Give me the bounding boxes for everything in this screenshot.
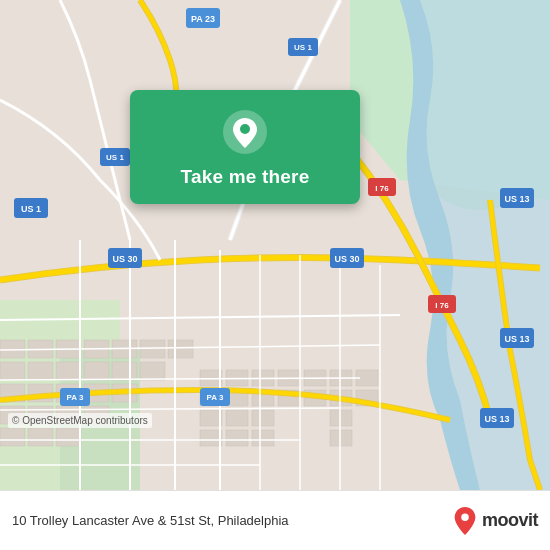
svg-rect-29: [28, 428, 53, 446]
navigation-card[interactable]: Take me there: [130, 90, 360, 204]
svg-rect-44: [200, 430, 222, 446]
svg-rect-13: [0, 362, 25, 380]
svg-rect-51: [330, 410, 352, 426]
svg-text:I 76: I 76: [435, 301, 449, 310]
moovit-logo: moovit: [452, 506, 538, 536]
svg-text:PA 3: PA 3: [207, 393, 224, 402]
svg-rect-31: [200, 370, 222, 386]
svg-text:US 30: US 30: [112, 254, 137, 264]
svg-rect-42: [226, 410, 248, 426]
svg-rect-43: [252, 410, 274, 426]
svg-text:US 13: US 13: [504, 194, 529, 204]
svg-rect-18: [140, 362, 165, 380]
svg-rect-16: [84, 362, 109, 380]
svg-rect-46: [252, 430, 274, 446]
svg-rect-41: [200, 410, 222, 426]
moovit-brand-text: moovit: [482, 510, 538, 531]
svg-rect-17: [112, 362, 137, 380]
svg-text:US 1: US 1: [106, 153, 124, 162]
map-copyright: © OpenStreetMap contributors: [8, 413, 152, 428]
moovit-pin-icon: [452, 506, 478, 536]
svg-point-97: [461, 513, 469, 521]
svg-text:I 76: I 76: [375, 184, 389, 193]
svg-text:US 30: US 30: [334, 254, 359, 264]
svg-text:US 13: US 13: [504, 334, 529, 344]
take-me-there-button[interactable]: Take me there: [181, 166, 310, 188]
map-container: PA 23 US 1 US 1 US 1 US 30 US 30 I 76 I …: [0, 0, 550, 490]
svg-text:US 1: US 1: [21, 204, 41, 214]
svg-rect-45: [226, 430, 248, 446]
svg-rect-30: [56, 428, 81, 446]
address-label: 10 Trolley Lancaster Ave & 51st St, Phil…: [12, 513, 452, 528]
svg-text:PA 3: PA 3: [67, 393, 84, 402]
svg-text:PA 23: PA 23: [191, 14, 215, 24]
svg-rect-15: [56, 362, 81, 380]
bottom-bar: 10 Trolley Lancaster Ave & 51st St, Phil…: [0, 490, 550, 550]
svg-point-96: [240, 124, 250, 134]
svg-text:US 13: US 13: [484, 414, 509, 424]
svg-rect-12: [168, 340, 193, 358]
location-pin-icon: [221, 108, 269, 156]
svg-rect-11: [140, 340, 165, 358]
svg-rect-14: [28, 362, 53, 380]
svg-rect-28: [0, 428, 25, 446]
svg-text:US 1: US 1: [294, 43, 312, 52]
svg-rect-52: [330, 430, 352, 446]
